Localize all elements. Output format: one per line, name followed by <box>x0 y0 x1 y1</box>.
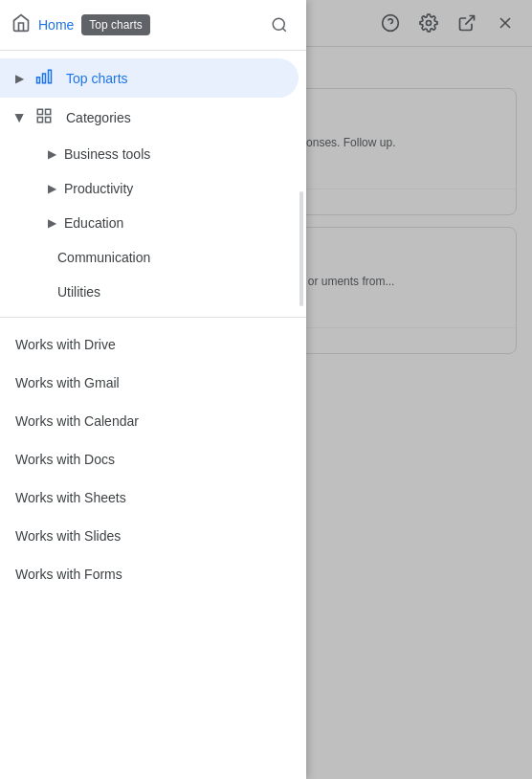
svg-rect-12 <box>46 109 51 114</box>
nav-sub-item-business-tools[interactable]: ▶ Business tools <box>0 137 299 171</box>
top-charts-label: Top charts <box>66 71 128 86</box>
works-with-docs-label: Works with Docs <box>15 452 115 467</box>
breadcrumb-home[interactable]: Home <box>38 17 74 33</box>
top-charts-arrow: ▶ <box>15 72 24 85</box>
works-with-calendar[interactable]: Works with Calendar <box>0 402 299 440</box>
top-charts-icon <box>35 68 53 88</box>
business-tools-label: Business tools <box>64 146 150 162</box>
svg-rect-14 <box>46 118 51 122</box>
business-tools-arrow: ▶ <box>48 147 56 161</box>
works-with-forms-label: Works with Forms <box>15 567 122 582</box>
works-with-gmail-label: Works with Gmail <box>15 375 120 390</box>
scrollbar-track <box>299 191 303 306</box>
drawer-header: Home Top charts <box>0 0 306 51</box>
works-with-drive-label: Works with Drive <box>15 337 116 352</box>
categories-icon <box>35 107 53 127</box>
categories-label: Categories <box>66 110 131 125</box>
works-with-sheets[interactable]: Works with Sheets <box>0 479 299 517</box>
svg-rect-8 <box>49 70 52 83</box>
works-with-docs[interactable]: Works with Docs <box>0 440 299 479</box>
svg-rect-10 <box>37 78 40 83</box>
nav-section-item-utilities[interactable]: Utilities <box>0 275 299 309</box>
works-with-drive[interactable]: Works with Drive <box>0 325 299 364</box>
works-with-calendar-label: Works with Calendar <box>15 413 139 429</box>
svg-rect-9 <box>43 74 46 83</box>
nav-sub-item-productivity[interactable]: ▶ Productivity <box>0 171 299 206</box>
svg-rect-13 <box>37 118 42 122</box>
works-with-gmail[interactable]: Works with Gmail <box>0 364 299 402</box>
education-arrow: ▶ <box>48 216 56 230</box>
svg-line-7 <box>282 28 285 31</box>
nav-item-top-charts[interactable]: ▶ Top charts <box>0 58 299 98</box>
utilities-label: Utilities <box>57 284 100 300</box>
productivity-arrow: ▶ <box>48 182 56 195</box>
nav-section-item-communication[interactable]: Communication <box>0 240 299 275</box>
works-with-slides-label: Works with Slides <box>15 528 121 544</box>
home-icon <box>11 13 31 37</box>
education-label: Education <box>64 215 123 231</box>
nav-item-categories[interactable]: ▶ Categories <box>0 98 299 137</box>
tooltip-top-charts: Top charts <box>81 14 149 35</box>
works-with-slides[interactable]: Works with Slides <box>0 517 299 555</box>
navigation-drawer: Home Top charts ▶ Top charts ▶ <box>0 0 306 779</box>
communication-label: Communication <box>57 250 150 265</box>
svg-point-6 <box>273 18 284 30</box>
nav-divider <box>0 317 306 318</box>
works-with-sheets-label: Works with Sheets <box>15 490 126 505</box>
nav-sub-item-education[interactable]: ▶ Education <box>0 206 299 240</box>
search-button[interactable] <box>264 10 295 40</box>
svg-rect-11 <box>37 109 42 114</box>
drawer-nav: ▶ Top charts ▶ Categories <box>0 51 306 779</box>
works-with-forms[interactable]: Works with Forms <box>0 555 299 593</box>
categories-arrow: ▶ <box>13 113 27 122</box>
productivity-label: Productivity <box>64 181 133 196</box>
